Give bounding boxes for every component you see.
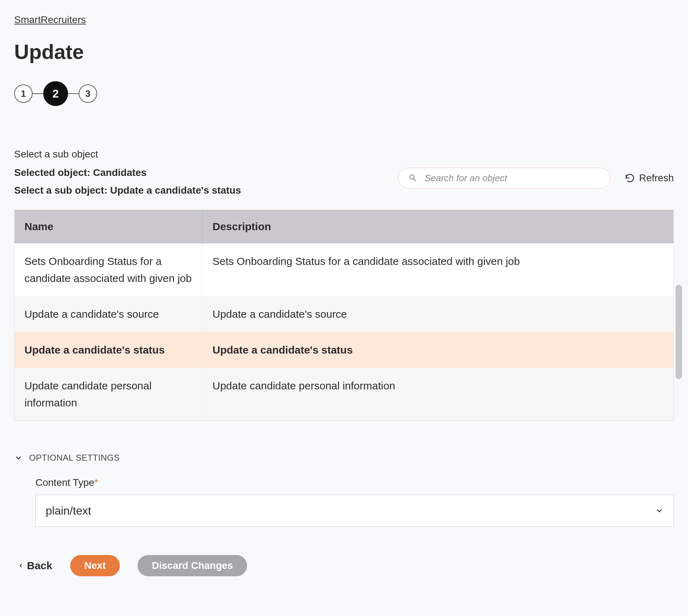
- search-box[interactable]: [398, 168, 611, 188]
- step-2[interactable]: 2: [43, 81, 68, 106]
- cell-description: Sets Onboarding Status for a candidate a…: [202, 244, 673, 296]
- column-header-description[interactable]: Description: [202, 210, 673, 244]
- step-connector: [68, 93, 79, 94]
- stepper: 1 2 3: [14, 81, 674, 106]
- content-type-value: plain/text: [46, 504, 91, 517]
- table-row[interactable]: Update a candidate's source Update a can…: [15, 296, 673, 332]
- scrollbar-track[interactable]: [676, 245, 682, 403]
- next-button[interactable]: Next: [70, 555, 120, 576]
- cell-description: Update a candidate's source: [202, 296, 673, 332]
- step-1[interactable]: 1: [14, 84, 33, 103]
- cell-name: Sets Onboarding Status for a candidate a…: [15, 244, 202, 296]
- optional-settings-toggle[interactable]: OPTIONAL SETTINGS: [14, 453, 674, 463]
- table-row[interactable]: Update candidate personal information Up…: [15, 368, 673, 421]
- back-button[interactable]: Back: [18, 560, 52, 572]
- back-label: Back: [27, 560, 52, 572]
- select-sub-object-heading: Select a sub object: [14, 149, 674, 160]
- column-header-name[interactable]: Name: [15, 210, 202, 244]
- step-connector: [33, 93, 43, 94]
- discard-button[interactable]: Discard Changes: [138, 555, 247, 576]
- search-input[interactable]: [425, 173, 600, 184]
- search-icon: [408, 173, 418, 183]
- table-row-selected[interactable]: Update a candidate's status Update a can…: [15, 332, 673, 368]
- refresh-label: Refresh: [639, 172, 674, 184]
- chevron-left-icon: [18, 562, 24, 569]
- cell-name: Update candidate personal information: [15, 368, 202, 421]
- breadcrumb-link[interactable]: SmartRecruiters: [14, 14, 86, 26]
- sub-object-table: Name Description Sets Onboarding Status …: [14, 210, 674, 421]
- cell-description: Update a candidate's status: [202, 332, 673, 368]
- refresh-button[interactable]: Refresh: [625, 172, 674, 184]
- optional-settings-label: OPTIONAL SETTINGS: [29, 453, 120, 463]
- cell-name: Update a candidate's status: [15, 332, 202, 368]
- required-indicator: *: [94, 477, 98, 488]
- scrollbar-thumb[interactable]: [676, 285, 682, 379]
- cell-name: Update a candidate's source: [15, 296, 202, 332]
- chevron-down-icon: [14, 454, 23, 462]
- cell-description: Update candidate personal information: [202, 368, 673, 421]
- content-type-label: Content Type*: [35, 477, 674, 488]
- content-type-select[interactable]: plain/text: [35, 495, 674, 527]
- chevron-down-icon: [655, 506, 664, 515]
- page-title: Update: [14, 40, 674, 63]
- refresh-icon: [625, 173, 635, 183]
- step-3[interactable]: 3: [79, 84, 97, 103]
- table-row[interactable]: Sets Onboarding Status for a candidate a…: [15, 244, 673, 296]
